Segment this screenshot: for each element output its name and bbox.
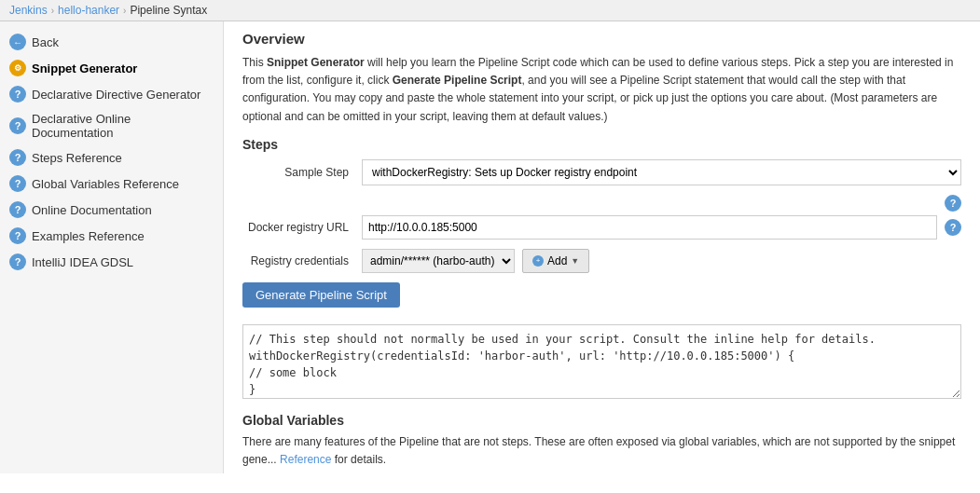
- snippet-generator-icon: ⚙: [9, 60, 26, 76]
- breadcrumb: Jenkins › hello-hanker › Pipeline Syntax: [0, 0, 980, 21]
- sample-step-label: Sample Step: [242, 166, 354, 179]
- sidebar-item-global-variables-ref[interactable]: ? Global Variables Reference: [0, 171, 223, 197]
- global-vars-reference-link[interactable]: Reference: [280, 453, 331, 466]
- steps-reference-icon: ?: [9, 149, 26, 166]
- help-row-1: ?: [242, 195, 961, 212]
- help-button-2[interactable]: ?: [945, 219, 961, 236]
- sidebar-label-examples-ref: Examples Reference: [32, 229, 145, 243]
- sidebar-item-intellij-gdsl[interactable]: ? IntelliJ IDEA GDSL: [0, 249, 223, 275]
- add-credentials-button[interactable]: + Add ▼: [522, 249, 589, 273]
- docker-registry-url-input[interactable]: [362, 215, 937, 240]
- sidebar-label-snippet-generator: Snippet Generator: [32, 62, 137, 75]
- sidebar-item-steps-reference[interactable]: ? Steps Reference: [0, 144, 223, 171]
- examples-ref-icon: ?: [9, 227, 26, 244]
- generate-pipeline-script-bold: Generate Pipeline Script: [393, 74, 522, 87]
- breadcrumb-sep-1: ›: [51, 6, 54, 16]
- code-output-area[interactable]: // This step should not normally be used…: [242, 324, 961, 399]
- back-icon: ←: [9, 34, 26, 50]
- docker-registry-url-label: Docker registry URL: [242, 221, 354, 234]
- sidebar-item-back[interactable]: ← Back: [0, 29, 223, 55]
- sidebar: ← Back ⚙ Snippet Generator ? Declarative…: [0, 21, 224, 473]
- registry-credentials-label: Registry credentials: [242, 254, 354, 267]
- sidebar-item-declarative-online-doc[interactable]: ? Declarative Online Documentation: [0, 107, 223, 144]
- breadcrumb-pipeline-syntax: Pipeline Syntax: [130, 4, 207, 17]
- sample-step-row: Sample Step withDockerRegistry: Sets up …: [242, 159, 961, 185]
- global-vars-text: There are many features of the Pipeline …: [242, 433, 961, 469]
- global-vars-title: Global Variables: [242, 413, 961, 428]
- breadcrumb-jenkins[interactable]: Jenkins: [9, 4, 48, 17]
- overview-title: Overview: [242, 31, 961, 47]
- online-doc-icon: ?: [9, 201, 26, 218]
- breadcrumb-sep-2: ›: [123, 6, 126, 16]
- overview-text: This Snippet Generator will help you lea…: [242, 54, 961, 126]
- sidebar-item-examples-ref[interactable]: ? Examples Reference: [0, 223, 223, 249]
- sidebar-item-snippet-generator[interactable]: ⚙ Snippet Generator: [0, 55, 223, 81]
- sidebar-item-online-doc[interactable]: ? Online Documentation: [0, 197, 223, 223]
- sidebar-label-declarative-online-doc: Declarative Online Documentation: [32, 112, 214, 140]
- declarative-directive-icon: ?: [9, 86, 26, 103]
- intellij-gdsl-icon: ?: [9, 253, 26, 270]
- generate-row: Generate Pipeline Script: [242, 282, 961, 317]
- generate-pipeline-script-button[interactable]: Generate Pipeline Script: [242, 282, 400, 308]
- breadcrumb-hello-hanker[interactable]: hello-hanker: [58, 4, 119, 17]
- main-layout: ← Back ⚙ Snippet Generator ? Declarative…: [0, 21, 980, 473]
- add-icon: +: [532, 255, 544, 267]
- docker-registry-url-row: Docker registry URL ?: [242, 215, 961, 240]
- add-button-label: Add: [547, 254, 567, 267]
- steps-title: Steps: [242, 137, 961, 152]
- snippet-generator-bold: Snippet Generator: [267, 56, 365, 69]
- sidebar-label-online-doc: Online Documentation: [32, 203, 152, 217]
- help-button-1[interactable]: ?: [945, 195, 961, 212]
- dropdown-arrow-icon: ▼: [571, 256, 579, 266]
- registry-credentials-select[interactable]: admin/****** (harbo-auth): [362, 249, 515, 273]
- sidebar-label-global-variables-ref: Global Variables Reference: [32, 177, 179, 191]
- global-vars-link-suffix: for details.: [335, 453, 386, 466]
- declarative-online-doc-icon: ?: [9, 117, 26, 134]
- sample-step-select[interactable]: withDockerRegistry: Sets up Docker regis…: [362, 159, 961, 185]
- registry-credentials-row: Registry credentials admin/****** (harbo…: [242, 249, 961, 273]
- main-content: Overview This Snippet Generator will hel…: [224, 21, 980, 473]
- sidebar-label-intellij-gdsl: IntelliJ IDEA GDSL: [32, 255, 133, 269]
- sidebar-label-back: Back: [32, 35, 59, 49]
- sidebar-item-declarative-directive[interactable]: ? Declarative Directive Generator: [0, 81, 223, 107]
- sidebar-label-steps-reference: Steps Reference: [32, 151, 122, 165]
- global-variables-ref-icon: ?: [9, 175, 26, 192]
- sidebar-label-declarative-directive: Declarative Directive Generator: [32, 88, 200, 102]
